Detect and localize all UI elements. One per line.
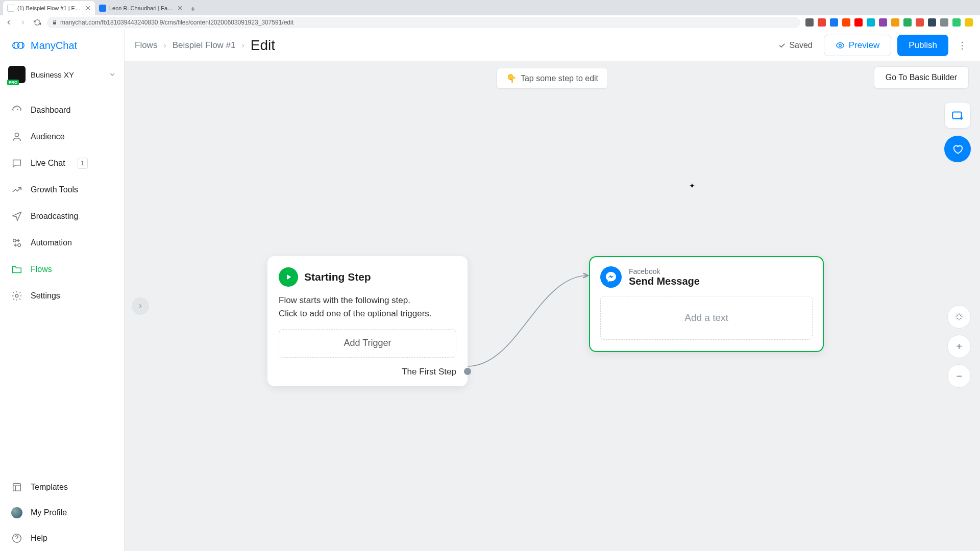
ext-icon[interactable] bbox=[940, 18, 948, 27]
ext-icon[interactable] bbox=[818, 18, 826, 27]
more-button[interactable]: ⋮ bbox=[954, 35, 970, 56]
sidebar-item-templates[interactable]: Templates bbox=[0, 474, 124, 500]
breadcrumb-flow[interactable]: Beispiel Flow #1 bbox=[173, 40, 236, 51]
sidebar-item-flows[interactable]: Flows bbox=[0, 256, 124, 283]
go-to-basic-builder-button[interactable]: Go To Basic Builder bbox=[874, 66, 969, 89]
chevron-right-icon: › bbox=[242, 41, 244, 50]
ext-icon[interactable] bbox=[830, 18, 838, 27]
add-node-button[interactable] bbox=[944, 102, 971, 129]
gauge-icon bbox=[11, 105, 22, 116]
heart-icon bbox=[952, 143, 963, 155]
svg-point-4 bbox=[18, 244, 21, 247]
preview-button[interactable]: Preview bbox=[824, 35, 891, 56]
chevron-right-icon bbox=[137, 303, 144, 310]
publish-button[interactable]: Publish bbox=[897, 35, 948, 56]
template-icon bbox=[11, 482, 22, 493]
ext-icon[interactable] bbox=[805, 18, 814, 27]
hint-text: Tap some step to edit bbox=[521, 74, 598, 83]
drawer-toggle[interactable] bbox=[132, 297, 149, 315]
auto-arrange-button[interactable] bbox=[947, 305, 971, 329]
send-icon bbox=[11, 211, 22, 222]
address-bar[interactable]: manychat.com/fb181039443240830 9/cms/fil… bbox=[47, 17, 800, 28]
sidebar: ManyChat Business XY Dashboard Audience … bbox=[0, 30, 125, 551]
browser-tab-1[interactable]: (1) Beispiel Flow #1 | Edit Cont bbox=[3, 1, 95, 15]
address-row: manychat.com/fb181039443240830 9/cms/fil… bbox=[0, 15, 980, 30]
breadcrumb-root[interactable]: Flows bbox=[135, 40, 157, 51]
ext-icon[interactable] bbox=[842, 18, 850, 27]
new-tab-button[interactable]: + bbox=[187, 3, 199, 15]
live-chat-badge: 1 bbox=[78, 158, 88, 169]
output-port[interactable] bbox=[464, 368, 471, 375]
sidebar-item-audience[interactable]: Audience bbox=[0, 123, 124, 150]
sidebar-item-label: Dashboard bbox=[31, 106, 70, 115]
zoom-controls: + − bbox=[947, 305, 971, 388]
sidebar-item-live-chat[interactable]: Live Chat 1 bbox=[0, 150, 124, 177]
sidebar-item-help[interactable]: Help bbox=[0, 525, 124, 551]
browser-tab-2[interactable]: Leon R. Chaudhari | Facebook bbox=[95, 1, 187, 15]
send-message-node[interactable]: Facebook Send Message Add a text bbox=[589, 256, 824, 352]
sidebar-item-my-profile[interactable]: My Profile bbox=[0, 500, 124, 525]
desc-line: Click to add one of the optional trigger… bbox=[279, 307, 456, 320]
svg-rect-6 bbox=[13, 484, 21, 491]
manychat-logo-icon bbox=[11, 38, 26, 53]
sidebar-item-dashboard[interactable]: Dashboard bbox=[0, 97, 124, 123]
ext-icon[interactable] bbox=[891, 18, 899, 27]
ext-icon[interactable] bbox=[867, 18, 875, 27]
workspace-switcher[interactable]: Business XY bbox=[0, 61, 124, 88]
sidebar-item-settings[interactable]: Settings bbox=[0, 283, 124, 309]
primary-nav: Dashboard Audience Live Chat 1 Growth To… bbox=[0, 97, 124, 309]
favicon-facebook bbox=[99, 5, 106, 12]
zoom-in-button[interactable]: + bbox=[947, 335, 971, 358]
favorite-button[interactable] bbox=[944, 136, 971, 162]
close-icon[interactable] bbox=[178, 6, 183, 11]
url-text: manychat.com/fb181039443240830 9/cms/fil… bbox=[60, 19, 293, 26]
sidebar-item-label: Automation bbox=[31, 238, 72, 247]
ext-icon[interactable] bbox=[965, 18, 973, 27]
cursor-indicator: ✦ bbox=[689, 182, 695, 190]
sidebar-item-growth-tools[interactable]: Growth Tools bbox=[0, 177, 124, 203]
ext-icon[interactable] bbox=[916, 18, 924, 27]
extension-icons bbox=[805, 18, 976, 27]
channel-label: Facebook bbox=[629, 267, 700, 276]
sidebar-item-label: Live Chat bbox=[31, 159, 65, 168]
sidebar-item-label: Settings bbox=[31, 291, 60, 300]
folder-icon bbox=[11, 264, 22, 275]
check-icon bbox=[778, 41, 786, 49]
svg-point-3 bbox=[13, 239, 16, 242]
play-icon bbox=[279, 267, 298, 287]
svg-point-8 bbox=[839, 44, 842, 47]
saved-indicator: Saved bbox=[778, 41, 812, 50]
add-trigger-button[interactable]: Add Trigger bbox=[279, 329, 456, 358]
starting-step-node[interactable]: Starting Step Flow starts with the follo… bbox=[267, 256, 468, 386]
zoom-out-button[interactable]: − bbox=[947, 364, 971, 388]
ext-icon[interactable] bbox=[879, 18, 887, 27]
publish-label: Publish bbox=[909, 40, 937, 51]
messenger-icon bbox=[600, 266, 622, 288]
reload-button[interactable] bbox=[33, 18, 42, 27]
app-shell: ManyChat Business XY Dashboard Audience … bbox=[0, 30, 980, 551]
secondary-nav: Templates My Profile Help bbox=[0, 474, 124, 551]
brand-logo[interactable]: ManyChat bbox=[0, 30, 124, 61]
sidebar-item-label: Audience bbox=[31, 132, 65, 141]
ext-icon[interactable] bbox=[854, 18, 863, 27]
main-area: Flows › Beispiel Flow #1 › Edit Saved Pr… bbox=[125, 30, 980, 551]
growth-icon bbox=[11, 184, 22, 195]
sidebar-item-broadcasting[interactable]: Broadcasting bbox=[0, 203, 124, 230]
sidebar-item-label: Flows bbox=[31, 265, 52, 274]
close-icon[interactable] bbox=[86, 6, 91, 11]
flow-canvas[interactable]: 👇 Tap some step to edit Go To Basic Buil… bbox=[125, 61, 980, 551]
eye-icon bbox=[836, 41, 845, 50]
ext-icon[interactable] bbox=[952, 18, 961, 27]
back-button[interactable] bbox=[4, 18, 13, 27]
sidebar-item-automation[interactable]: Automation bbox=[0, 230, 124, 256]
brand-name: ManyChat bbox=[31, 40, 77, 52]
gear-icon bbox=[11, 290, 22, 302]
forward-button[interactable] bbox=[18, 18, 28, 27]
svg-point-5 bbox=[15, 294, 18, 297]
ext-icon[interactable] bbox=[903, 18, 912, 27]
browser-chrome: (1) Beispiel Flow #1 | Edit Cont Leon R.… bbox=[0, 0, 980, 30]
add-text-button[interactable]: Add a text bbox=[600, 296, 813, 340]
ext-icon[interactable] bbox=[928, 18, 936, 27]
profile-avatar bbox=[11, 507, 22, 518]
start-node-title: Starting Step bbox=[304, 271, 371, 283]
